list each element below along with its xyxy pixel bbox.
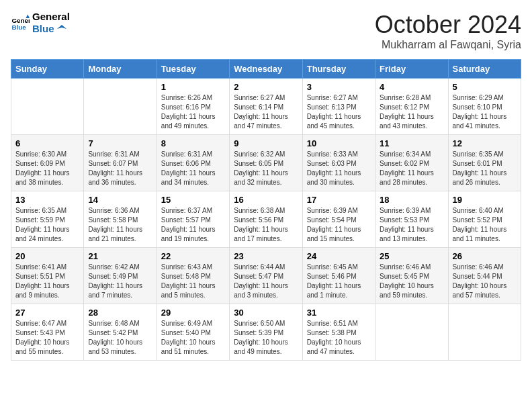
weekday-header-thursday: Thursday [302,60,375,79]
day-cell: 26Sunrise: 6:46 AM Sunset: 5:44 PM Dayli… [448,248,521,304]
day-info: Sunrise: 6:48 AM Sunset: 5:42 PM Dayligh… [88,319,152,357]
day-number: 22 [161,251,225,261]
svg-marker-3 [57,25,66,29]
day-number: 25 [380,251,443,261]
day-number: 6 [15,138,79,148]
day-number: 27 [15,308,79,318]
day-cell: 2Sunrise: 6:27 AM Sunset: 6:14 PM Daylig… [230,79,302,135]
day-cell: 12Sunrise: 6:35 AM Sunset: 6:01 PM Dayli… [448,135,521,191]
day-cell: 3Sunrise: 6:27 AM Sunset: 6:13 PM Daylig… [302,79,375,135]
day-number: 14 [88,195,152,205]
day-number: 13 [15,195,79,205]
day-info: Sunrise: 6:29 AM Sunset: 6:10 PM Dayligh… [453,93,517,131]
day-number: 24 [307,251,371,261]
logo-general: General [32,11,70,23]
day-cell [448,304,521,361]
day-cell: 15Sunrise: 6:37 AM Sunset: 5:57 PM Dayli… [157,191,229,248]
weekday-header-saturday: Saturday [448,60,521,79]
day-cell: 11Sunrise: 6:34 AM Sunset: 6:02 PM Dayli… [375,135,448,191]
day-number: 16 [234,195,298,205]
day-info: Sunrise: 6:35 AM Sunset: 6:01 PM Dayligh… [453,150,517,187]
day-cell: 5Sunrise: 6:29 AM Sunset: 6:10 PM Daylig… [448,79,521,135]
day-info: Sunrise: 6:28 AM Sunset: 6:12 PM Dayligh… [380,93,443,131]
day-cell: 17Sunrise: 6:39 AM Sunset: 5:54 PM Dayli… [302,191,375,248]
logo-blue: Blue [32,23,70,35]
svg-text:Blue: Blue [11,24,26,31]
day-cell: 21Sunrise: 6:42 AM Sunset: 5:49 PM Dayli… [84,248,157,304]
day-number: 4 [380,82,443,92]
day-info: Sunrise: 6:31 AM Sunset: 6:06 PM Dayligh… [161,150,225,187]
day-number: 23 [234,251,298,261]
day-cell: 28Sunrise: 6:48 AM Sunset: 5:42 PM Dayli… [84,304,157,361]
day-number: 2 [234,82,298,92]
day-info: Sunrise: 6:27 AM Sunset: 6:14 PM Dayligh… [234,93,298,131]
day-info: Sunrise: 6:37 AM Sunset: 5:57 PM Dayligh… [161,206,225,244]
day-cell: 9Sunrise: 6:32 AM Sunset: 6:05 PM Daylig… [230,135,302,191]
day-cell: 23Sunrise: 6:44 AM Sunset: 5:47 PM Dayli… [230,248,302,304]
day-number: 12 [453,138,517,148]
day-cell: 10Sunrise: 6:33 AM Sunset: 6:03 PM Dayli… [302,135,375,191]
day-number: 21 [88,251,152,261]
header: General Blue General Blue October 2024 M… [11,11,521,51]
day-info: Sunrise: 6:38 AM Sunset: 5:56 PM Dayligh… [234,206,298,244]
weekday-header-row: SundayMondayTuesdayWednesdayThursdayFrid… [11,60,521,79]
day-cell: 25Sunrise: 6:46 AM Sunset: 5:45 PM Dayli… [375,248,448,304]
day-number: 26 [453,251,517,261]
weekday-header-tuesday: Tuesday [157,60,229,79]
day-number: 11 [380,138,443,148]
day-info: Sunrise: 6:43 AM Sunset: 5:48 PM Dayligh… [161,263,225,300]
day-number: 3 [307,82,371,92]
day-info: Sunrise: 6:32 AM Sunset: 6:05 PM Dayligh… [234,150,298,187]
day-number: 5 [453,82,517,92]
day-info: Sunrise: 6:39 AM Sunset: 5:53 PM Dayligh… [380,206,443,244]
day-number: 17 [307,195,371,205]
week-row-1: 1Sunrise: 6:26 AM Sunset: 6:16 PM Daylig… [11,79,521,135]
week-row-2: 6Sunrise: 6:30 AM Sunset: 6:09 PM Daylig… [11,135,521,191]
day-cell [11,79,84,135]
day-cell: 24Sunrise: 6:45 AM Sunset: 5:46 PM Dayli… [302,248,375,304]
day-info: Sunrise: 6:34 AM Sunset: 6:02 PM Dayligh… [380,150,443,187]
day-number: 10 [307,138,371,148]
day-cell: 8Sunrise: 6:31 AM Sunset: 6:06 PM Daylig… [157,135,229,191]
day-number: 30 [234,308,298,318]
logo-bird-icon [57,25,66,34]
day-info: Sunrise: 6:33 AM Sunset: 6:03 PM Dayligh… [307,150,371,187]
day-number: 18 [380,195,443,205]
day-number: 7 [88,138,152,148]
week-row-3: 13Sunrise: 6:35 AM Sunset: 5:59 PM Dayli… [11,191,521,248]
day-cell: 22Sunrise: 6:43 AM Sunset: 5:48 PM Dayli… [157,248,229,304]
day-info: Sunrise: 6:51 AM Sunset: 5:38 PM Dayligh… [307,319,371,357]
day-number: 19 [453,195,517,205]
day-info: Sunrise: 6:41 AM Sunset: 5:51 PM Dayligh… [15,263,79,300]
day-number: 15 [161,195,225,205]
day-number: 28 [88,308,152,318]
weekday-header-wednesday: Wednesday [230,60,302,79]
logo: General Blue General Blue [11,11,70,35]
day-cell: 19Sunrise: 6:40 AM Sunset: 5:52 PM Dayli… [448,191,521,248]
day-number: 1 [161,82,225,92]
day-info: Sunrise: 6:46 AM Sunset: 5:44 PM Dayligh… [453,263,517,300]
day-cell: 30Sunrise: 6:50 AM Sunset: 5:39 PM Dayli… [230,304,302,361]
title-area: October 2024 Mukharram al Fawqani, Syria [375,11,521,51]
day-info: Sunrise: 6:30 AM Sunset: 6:09 PM Dayligh… [15,150,79,187]
week-row-5: 27Sunrise: 6:47 AM Sunset: 5:43 PM Dayli… [11,304,521,361]
calendar-table: SundayMondayTuesdayWednesdayThursdayFrid… [11,59,521,361]
day-cell [84,79,157,135]
day-info: Sunrise: 6:50 AM Sunset: 5:39 PM Dayligh… [234,319,298,357]
day-cell: 6Sunrise: 6:30 AM Sunset: 6:09 PM Daylig… [11,135,84,191]
month-title: October 2024 [375,11,521,39]
day-info: Sunrise: 6:42 AM Sunset: 5:49 PM Dayligh… [88,263,152,300]
day-info: Sunrise: 6:36 AM Sunset: 5:58 PM Dayligh… [88,206,152,244]
day-info: Sunrise: 6:35 AM Sunset: 5:59 PM Dayligh… [15,206,79,244]
day-cell: 27Sunrise: 6:47 AM Sunset: 5:43 PM Dayli… [11,304,84,361]
day-cell: 16Sunrise: 6:38 AM Sunset: 5:56 PM Dayli… [230,191,302,248]
day-info: Sunrise: 6:31 AM Sunset: 6:07 PM Dayligh… [88,150,152,187]
day-number: 9 [234,138,298,148]
day-info: Sunrise: 6:49 AM Sunset: 5:40 PM Dayligh… [161,319,225,357]
logo-icon: General Blue [11,13,30,32]
day-cell: 20Sunrise: 6:41 AM Sunset: 5:51 PM Dayli… [11,248,84,304]
day-info: Sunrise: 6:44 AM Sunset: 5:47 PM Dayligh… [234,263,298,300]
day-info: Sunrise: 6:45 AM Sunset: 5:46 PM Dayligh… [307,263,371,300]
day-number: 31 [307,308,371,318]
day-cell [375,304,448,361]
